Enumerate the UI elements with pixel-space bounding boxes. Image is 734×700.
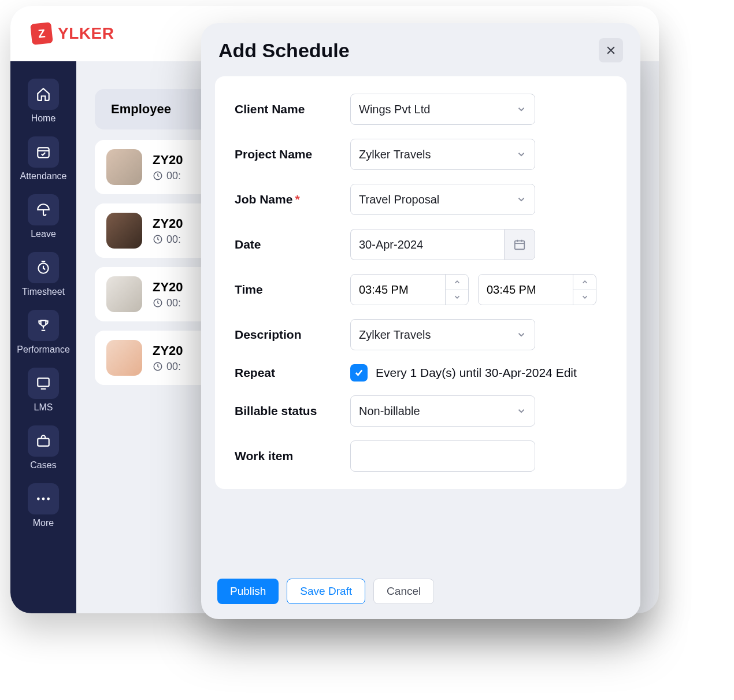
home-icon bbox=[28, 79, 59, 110]
time-from-up[interactable] bbox=[446, 275, 468, 290]
sidebar-label: Cases bbox=[30, 460, 56, 471]
sidebar-label: Home bbox=[31, 113, 56, 124]
save-draft-button[interactable]: Save Draft bbox=[287, 579, 365, 604]
calendar-icon bbox=[513, 238, 526, 251]
clock-icon bbox=[153, 361, 163, 372]
label-billable: Billable status bbox=[235, 404, 350, 418]
clock-icon bbox=[153, 234, 163, 245]
chevron-up-icon bbox=[581, 278, 589, 286]
avatar bbox=[106, 340, 142, 376]
label-time: Time bbox=[235, 283, 350, 297]
svg-rect-2 bbox=[38, 378, 49, 386]
employee-id: ZY20 bbox=[153, 216, 183, 231]
repeat-text: Every 1 Day(s) until 30-Apr-2024 Edit bbox=[376, 366, 577, 380]
employee-time: 00: bbox=[166, 361, 181, 373]
chevron-down-icon bbox=[516, 104, 527, 114]
sidebar-item-performance[interactable]: Performance bbox=[18, 306, 69, 360]
chevron-down-icon bbox=[453, 293, 461, 301]
workitem-input-wrap bbox=[350, 440, 535, 472]
chevron-down-icon bbox=[516, 329, 527, 340]
more-icon bbox=[28, 483, 59, 514]
time-to-value: 03:45 PM bbox=[479, 275, 573, 305]
sidebar-item-leave[interactable]: Leave bbox=[18, 191, 69, 244]
time-to-down[interactable] bbox=[573, 290, 596, 305]
close-button[interactable] bbox=[599, 38, 623, 62]
stopwatch-icon bbox=[28, 252, 59, 283]
svg-point-6 bbox=[47, 498, 50, 501]
employee-time: 00: bbox=[166, 234, 181, 246]
label-client: Client Name bbox=[235, 102, 350, 116]
billable-value: Non-billable bbox=[359, 405, 420, 418]
monitor-icon bbox=[28, 368, 59, 399]
sidebar-item-more[interactable]: More bbox=[18, 480, 69, 533]
client-value: Wings Pvt Ltd bbox=[359, 103, 430, 116]
sidebar-label: Leave bbox=[31, 229, 56, 239]
chevron-down-icon bbox=[516, 194, 527, 205]
form-card: Client Name Wings Pvt Ltd Project Name Z… bbox=[215, 76, 627, 489]
avatar bbox=[106, 276, 142, 312]
close-icon bbox=[605, 45, 617, 56]
sidebar-label: Performance bbox=[17, 345, 70, 355]
clock-icon bbox=[153, 298, 163, 308]
job-select[interactable]: Travel Proposal bbox=[350, 184, 535, 215]
sidebar-label: More bbox=[33, 518, 54, 528]
workitem-input[interactable] bbox=[359, 441, 527, 471]
briefcase-icon bbox=[28, 425, 59, 457]
umbrella-icon bbox=[28, 194, 59, 225]
cancel-button[interactable]: Cancel bbox=[373, 579, 434, 604]
sidebar-label: Attendance bbox=[20, 171, 67, 182]
sidebar-item-timesheet[interactable]: Timesheet bbox=[18, 249, 69, 302]
sidebar-label: Timesheet bbox=[22, 287, 65, 297]
employee-time: 00: bbox=[166, 170, 181, 182]
time-from-down[interactable] bbox=[446, 290, 468, 305]
project-value: Zylker Travels bbox=[359, 148, 431, 161]
brand-name: YLKER bbox=[58, 24, 114, 43]
date-picker-button[interactable] bbox=[504, 229, 535, 260]
svg-rect-11 bbox=[515, 241, 525, 250]
label-description: Description bbox=[235, 328, 350, 342]
label-project: Project Name bbox=[235, 147, 350, 161]
label-workitem: Work item bbox=[235, 449, 350, 463]
sidebar: Home Attendance Leave Timesheet bbox=[10, 61, 76, 613]
label-repeat: Repeat bbox=[235, 366, 350, 380]
clock-icon bbox=[153, 171, 163, 181]
time-from-input[interactable]: 03:45 PM bbox=[350, 274, 469, 305]
employee-id: ZY20 bbox=[153, 280, 183, 295]
calendar-check-icon bbox=[28, 136, 59, 168]
svg-point-4 bbox=[37, 498, 40, 501]
sidebar-label: LMS bbox=[34, 402, 53, 413]
employee-time: 00: bbox=[166, 297, 181, 309]
description-select[interactable]: Zylker Travels bbox=[350, 319, 535, 350]
label-date: Date bbox=[235, 238, 350, 251]
employee-id: ZY20 bbox=[153, 153, 183, 168]
svg-point-5 bbox=[42, 498, 45, 501]
chevron-down-icon bbox=[516, 406, 527, 416]
add-schedule-panel: Add Schedule Client Name Wings Pvt Ltd P… bbox=[201, 23, 640, 619]
svg-rect-0 bbox=[38, 147, 49, 157]
time-from-value: 03:45 PM bbox=[351, 275, 445, 305]
panel-title: Add Schedule bbox=[218, 39, 350, 62]
date-value: 30-Apr-2024 bbox=[359, 238, 423, 251]
description-value: Zylker Travels bbox=[359, 328, 431, 342]
avatar bbox=[106, 213, 142, 249]
date-input[interactable]: 30-Apr-2024 bbox=[350, 229, 504, 260]
chevron-up-icon bbox=[453, 278, 461, 286]
chevron-down-icon bbox=[516, 149, 527, 160]
time-to-input[interactable]: 03:45 PM bbox=[478, 274, 596, 305]
panel-footer: Publish Save Draft Cancel bbox=[201, 569, 640, 619]
billable-select[interactable]: Non-billable bbox=[350, 395, 535, 427]
job-value: Travel Proposal bbox=[359, 193, 439, 206]
sidebar-item-attendance[interactable]: Attendance bbox=[18, 133, 69, 186]
repeat-checkbox[interactable] bbox=[350, 364, 368, 382]
client-select[interactable]: Wings Pvt Ltd bbox=[350, 94, 535, 125]
svg-rect-3 bbox=[38, 439, 49, 446]
sidebar-item-lms[interactable]: LMS bbox=[18, 364, 69, 417]
publish-button[interactable]: Publish bbox=[217, 579, 279, 604]
label-job: Job Name* bbox=[235, 192, 350, 206]
time-to-up[interactable] bbox=[573, 275, 596, 290]
project-select[interactable]: Zylker Travels bbox=[350, 139, 535, 170]
sidebar-item-cases[interactable]: Cases bbox=[18, 422, 69, 475]
avatar bbox=[106, 149, 142, 185]
sidebar-item-home[interactable]: Home bbox=[18, 75, 69, 128]
trophy-icon bbox=[28, 310, 59, 341]
